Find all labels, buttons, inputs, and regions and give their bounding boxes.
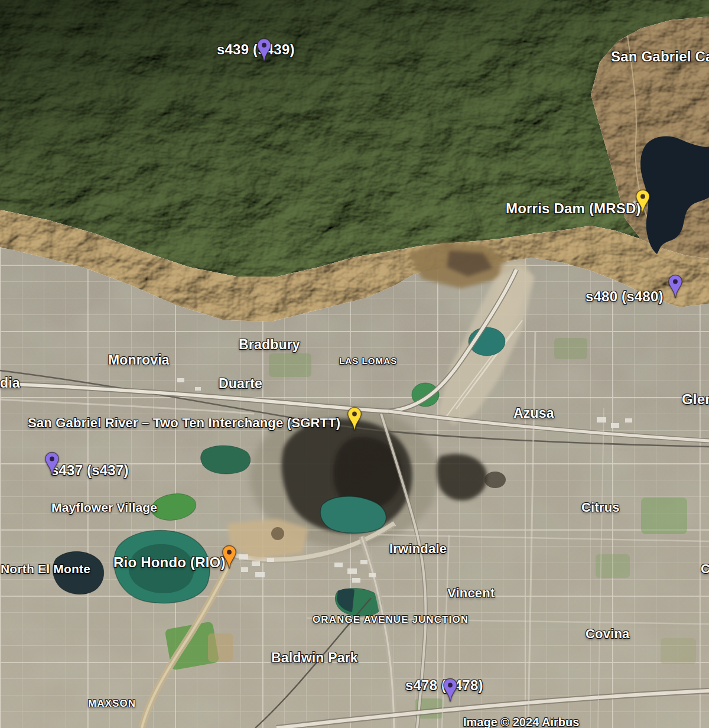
map-pin-s478[interactable]	[443, 678, 458, 703]
map-pin-sgrtt[interactable]	[347, 407, 362, 431]
placemark-pin-icon	[443, 678, 458, 703]
placemark-pin-icon	[44, 451, 60, 476]
map-pin-mrsd[interactable]	[635, 189, 651, 214]
placemark-pin-icon	[347, 407, 362, 431]
placemark-pin-icon	[222, 545, 237, 570]
map-pin-rio[interactable]	[222, 545, 237, 570]
map-pin-s480[interactable]	[668, 274, 683, 299]
marker-label-s439[interactable]: s439 (s439)	[217, 41, 295, 58]
marker-label-sgrtt[interactable]: San Gabriel River – Two Ten Interchange …	[28, 415, 340, 431]
marker-layer: s439 (s439)Morris Dam (MRSD)s480 (s480)S…	[0, 0, 709, 728]
placemark-pin-icon	[668, 274, 683, 299]
satellite-map-viewport[interactable]: San Gabriel CanyonArcadiaMonroviaBradbur…	[0, 0, 709, 728]
placemark-pin-icon	[256, 38, 272, 63]
map-pin-s437[interactable]	[44, 451, 60, 476]
marker-label-rio[interactable]: Rio Hondo (RIO)	[113, 554, 226, 571]
marker-label-s480[interactable]: s480 (s480)	[586, 288, 664, 306]
map-pin-s439[interactable]	[256, 38, 272, 63]
imagery-attribution: Image © 2024 Airbus	[463, 716, 579, 728]
placemark-pin-icon	[635, 189, 651, 214]
marker-label-s437[interactable]: s437 (s437)	[51, 462, 129, 479]
marker-label-mrsd[interactable]: Morris Dam (MRSD)	[506, 200, 641, 217]
